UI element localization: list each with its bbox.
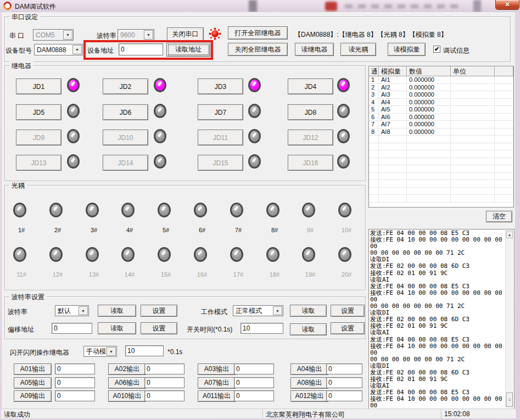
opto-led-13# <box>86 247 99 262</box>
close-port-button[interactable]: 关闭串口 <box>167 27 204 41</box>
output-value-input-A05输出[interactable] <box>55 377 95 388</box>
read-analog-button[interactable]: 读模拟量 <box>388 43 426 56</box>
model-combo[interactable]: DAM0888 ▼ <box>34 44 83 55</box>
output-button-A010输出[interactable]: A010输出 <box>108 390 146 402</box>
output-button-A011输出[interactable]: A011输出 <box>198 390 236 402</box>
read-analog-label: 读模拟量 <box>394 45 420 54</box>
relay-button-JD9: JD9 <box>16 130 61 145</box>
relay-button-JD5[interactable]: JD5 <box>16 104 61 120</box>
offset-read-button[interactable]: 读取 <box>98 322 136 334</box>
table-row[interactable]: 4AI40.000000 <box>369 99 513 107</box>
relay-button-JD2[interactable]: JD2 <box>103 79 148 94</box>
table-row <box>369 136 513 143</box>
relay-led-JD14 <box>154 154 166 169</box>
table-cell <box>451 158 495 166</box>
relay-button-JD1[interactable]: JD1 <box>16 79 61 94</box>
output-button-A012输出[interactable]: A012输出 <box>290 390 328 402</box>
debug-log-area[interactable]: 发送:FE 04 00 00 00 08 E5 C3 接收:FE 04 10 0… <box>368 229 515 409</box>
output-button-A05输出[interactable]: A05输出 <box>14 377 52 389</box>
table-cell <box>451 114 495 121</box>
output-button-A04输出[interactable]: A04输出 <box>290 363 328 375</box>
flash-time-input[interactable] <box>125 345 164 356</box>
output-value-input-A09输出[interactable] <box>55 390 95 401</box>
table-row[interactable]: 1AI10.000000 <box>369 76 513 84</box>
output-value-input-A03输出[interactable] <box>234 363 274 374</box>
output-value-input-A06输出[interactable] <box>144 377 184 388</box>
relay-button-JD6[interactable]: JD6 <box>103 104 148 120</box>
address-input[interactable] <box>119 43 163 55</box>
read-opto-button[interactable]: 读光耦 <box>340 43 376 56</box>
baud-set-combo[interactable]: 默认 ▼ <box>55 305 89 316</box>
switch-time-input[interactable] <box>241 323 283 334</box>
switch-time-read-button[interactable]: 读取 <box>290 323 327 335</box>
output-button-A02输出[interactable]: A02输出 <box>108 363 146 375</box>
clear-log-button[interactable]: 清空 <box>486 211 512 222</box>
address-label: 设备地址 <box>87 46 114 55</box>
table-cell <box>407 165 451 173</box>
check-icon: ✔ <box>434 46 439 53</box>
table-row[interactable]: 6AI60.000000 <box>369 114 513 121</box>
log-scrollbar[interactable]: ▲ ≡ <box>505 230 513 408</box>
table-cell: 2 <box>369 84 379 92</box>
titlebar-glass-blob <box>325 2 337 11</box>
output-value-input-A02输出[interactable] <box>144 363 184 374</box>
output-value-input-A04输出[interactable] <box>326 363 362 374</box>
close-all-relays-button[interactable]: 关闭全部继电器 <box>228 43 288 56</box>
baud-set-button[interactable]: 设置 <box>141 305 177 317</box>
output-button-A08输出[interactable]: A08输出 <box>290 377 328 389</box>
flash-mode-combo[interactable]: 手动模式 ▼ <box>83 346 117 357</box>
table-cell: 0.000000 <box>407 121 451 128</box>
output-button-A07输出[interactable]: A07输出 <box>198 377 236 389</box>
output-value-input-A011输出[interactable] <box>234 390 274 401</box>
close-button[interactable]: ✕ <box>495 0 519 10</box>
table-cell <box>451 136 495 143</box>
work-mode-read-button[interactable]: 读取 <box>290 305 327 317</box>
work-mode-combo[interactable]: 正常模式 ▼ <box>233 305 283 316</box>
output-value-input-A012输出[interactable] <box>326 390 362 401</box>
relay-button-JD8[interactable]: JD8 <box>288 104 333 120</box>
relay-led-JD10 <box>154 129 166 143</box>
titlebar-glass-blob <box>249 0 257 12</box>
debug-info-checkbox[interactable]: ✔ <box>433 46 440 53</box>
output-button-A01输出[interactable]: A01输出 <box>14 363 52 375</box>
offset-set-button[interactable]: 设置 <box>141 322 177 334</box>
baud-read-button[interactable]: 读取 <box>98 305 136 317</box>
output-value-input-A07输出[interactable] <box>234 377 274 388</box>
switch-time-set-button[interactable]: 设置 <box>331 322 365 334</box>
table-row[interactable]: 7AI70.000000 <box>369 121 513 128</box>
open-all-label: 打开全部继电器 <box>235 29 281 38</box>
table-row[interactable]: 5AI50.000000 <box>369 106 513 114</box>
table-cell: AI6 <box>379 114 407 121</box>
table-cell <box>407 188 451 195</box>
output-value-input-A01输出[interactable] <box>55 363 95 374</box>
scroll-up-icon[interactable]: ▲ <box>506 231 513 238</box>
open-all-relays-button[interactable]: 打开全部继电器 <box>228 26 288 40</box>
output-value-input-A08输出[interactable] <box>326 377 362 388</box>
work-mode-label: 工作模式 <box>201 307 227 317</box>
relay-button-JD4[interactable]: JD4 <box>288 79 333 94</box>
opto-led-10# <box>338 203 351 217</box>
work-mode-set-button[interactable]: 设置 <box>331 305 365 317</box>
relay-button-JD7[interactable]: JD7 <box>198 104 243 120</box>
status-company: 北京聚英翱翔电子有限公司 <box>263 409 441 418</box>
table-row[interactable]: 8AI80.000000 <box>369 128 513 136</box>
read-address-button[interactable]: 读取地址 <box>166 43 210 57</box>
read-relay-button[interactable]: 读继电器 <box>295 43 334 56</box>
baud-set-label: 波特率 <box>8 307 27 317</box>
output-button-A03输出[interactable]: A03输出 <box>198 363 236 375</box>
output-button-A09输出[interactable]: A09输出 <box>14 390 52 402</box>
opto-led-7# <box>230 203 243 217</box>
table-row[interactable]: 3AI30.000000 <box>369 91 513 99</box>
table-row <box>369 188 513 195</box>
table-row[interactable]: 2AI20.000000 <box>369 84 513 92</box>
output-value-input-A010输出[interactable] <box>144 390 184 401</box>
offset-input[interactable] <box>52 323 92 334</box>
opto-label-19#: 19# <box>297 271 324 278</box>
table-cell <box>495 76 513 84</box>
output-button-A06输出[interactable]: A06输出 <box>108 377 146 389</box>
close-all-label: 关闭全部继电器 <box>235 45 281 54</box>
relay-button-JD3[interactable]: JD3 <box>198 79 243 94</box>
scrollbar-thumb[interactable]: ≡ <box>506 393 513 407</box>
table-cell <box>407 143 451 151</box>
table-cell <box>495 136 513 143</box>
